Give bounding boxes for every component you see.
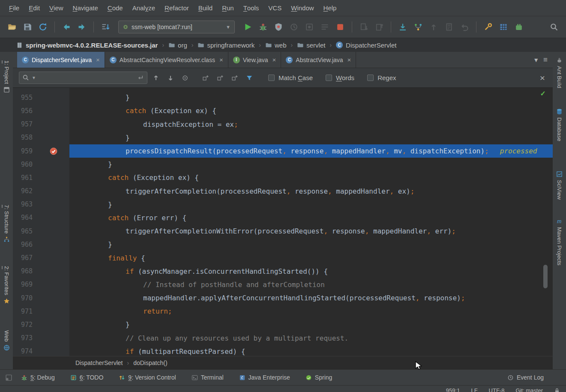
code-text[interactable]: mappedHandler.applyAfterConcurrentHandli… <box>69 291 553 305</box>
git-branch[interactable]: Git: master <box>515 387 543 392</box>
push-icon[interactable] <box>426 20 441 34</box>
code-text[interactable]: return; <box>69 305 553 318</box>
code-text[interactable]: mappedHandler.applyPostHandle(processedR… <box>69 88 553 91</box>
gutter[interactable]: 968 <box>13 265 69 278</box>
gutter[interactable]: 958 <box>13 131 69 144</box>
code-text[interactable]: } <box>69 198 553 211</box>
gutter[interactable]: 955 <box>13 91 69 104</box>
stripe-button-7-structure[interactable]: 7: Structure <box>0 205 13 242</box>
code-editor[interactable]: 954mappedHandler.applyPostHandle(process… <box>13 88 553 356</box>
tool-button-terminal[interactable]: Terminal <box>192 374 224 381</box>
menu-item-view[interactable]: View <box>45 0 68 16</box>
menu-item-vcs[interactable]: VCS <box>264 0 286 16</box>
breakpoint-icon[interactable] <box>50 147 57 155</box>
tool-button-spring[interactable]: Spring <box>305 374 332 381</box>
menu-item-help[interactable]: Help <box>319 0 341 16</box>
checkbox-match-case[interactable]: Match Case <box>268 74 313 81</box>
edit-run-config-icon[interactable] <box>480 20 496 34</box>
code-text[interactable]: } <box>69 91 553 104</box>
open-file-icon[interactable] <box>4 20 20 34</box>
debug-icon[interactable] <box>255 20 271 34</box>
move-up-icon[interactable] <box>371 20 387 34</box>
gutter[interactable]: 956 <box>13 104 69 117</box>
breadcrumb-dispatcherservlet[interactable]: CDispatcherServlet <box>335 42 397 49</box>
menu-item-run[interactable]: Run <box>217 0 239 16</box>
lock-icon[interactable] <box>554 388 560 392</box>
gutter[interactable]: 964 <box>13 211 69 224</box>
gutter[interactable]: 971 <box>13 305 69 318</box>
stripe-button-sciview[interactable]: SciView <box>553 171 566 200</box>
code-text[interactable]: } <box>69 238 553 251</box>
code-text[interactable]: triggerAfterCompletionWithError(processe… <box>69 224 553 238</box>
vcs-changes-icon[interactable] <box>410 20 426 34</box>
breadcrumb-org[interactable]: org <box>168 42 188 49</box>
tool-button-5-debug[interactable]: 5: Debug <box>21 374 55 381</box>
stripe-button-web[interactable]: Web <box>0 330 13 351</box>
menu-item-tools[interactable]: Tools <box>239 0 264 16</box>
stripe-button-database[interactable]: Database <box>553 108 566 141</box>
stripe-button-maven-projects[interactable]: mMaven Projects <box>553 218 566 266</box>
gutter[interactable]: 972 <box>13 318 69 331</box>
menu-item-navigate[interactable]: Navigate <box>68 0 103 16</box>
tab-view-java[interactable]: IView.java× <box>228 52 282 68</box>
breadcrumb-springframework[interactable]: springframework <box>197 42 255 49</box>
menu-item-analyze[interactable]: Analyze <box>128 0 160 16</box>
file-encoding[interactable]: UTF-8 <box>489 387 505 392</box>
close-icon[interactable]: × <box>273 56 276 63</box>
find-magnifier-icon[interactable] <box>22 74 30 81</box>
tool-button-java-enterprise[interactable]: Java Enterprise <box>239 374 290 381</box>
close-find-icon[interactable]: × <box>538 73 547 82</box>
run-config-select[interactable]: ssm-web [tomcat7:run]▼ <box>118 21 235 33</box>
line-separator[interactable]: LF <box>471 387 477 392</box>
gutter[interactable]: 974 <box>13 345 69 356</box>
gutter[interactable]: 957 <box>13 118 69 131</box>
editor-crumb-dodispatch[interactable]: doDispatch() <box>133 359 167 366</box>
code-text[interactable]: if (multipartRequestParsed) { <box>69 345 553 356</box>
caret-position[interactable]: 959:1 <box>446 387 460 392</box>
gutter[interactable]: 965 <box>13 224 69 238</box>
code-text[interactable]: finally { <box>69 251 553 264</box>
highlight-all-icon[interactable] <box>179 72 191 84</box>
data-grid-icon[interactable] <box>496 20 511 34</box>
next-occurrence-icon[interactable] <box>165 72 177 84</box>
patch-icon[interactable] <box>441 20 457 34</box>
add-selection-icon[interactable] <box>200 72 212 84</box>
run-configurations-icon[interactable] <box>317 20 332 34</box>
menu-item-file[interactable]: File <box>4 0 24 16</box>
tool-button-6-todo[interactable]: 6: TODO <box>70 374 104 381</box>
gutter[interactable]: 967 <box>13 251 69 264</box>
save-all-icon[interactable] <box>20 20 35 34</box>
stripe-button-ant-build[interactable]: Ant Build <box>553 57 566 88</box>
update-project-icon[interactable] <box>395 20 410 34</box>
vertical-scrollbar-thumb[interactable] <box>543 265 548 288</box>
coverage-icon[interactable] <box>271 20 286 34</box>
tab-dispatcherservlet-java[interactable]: CDispatcherServlet.java× <box>17 52 105 68</box>
menu-item-build[interactable]: Build <box>194 0 217 16</box>
tab-abstractcachingviewresolver-class[interactable]: CAbstractCachingViewResolver.class× <box>105 52 228 68</box>
tool-button-9-version-control[interactable]: 9: Version Control <box>119 374 176 381</box>
code-text[interactable]: catch (Exception ex) { <box>69 104 553 117</box>
profiler-icon[interactable] <box>286 20 302 34</box>
search-input[interactable] <box>38 75 135 81</box>
synchronize-icon[interactable] <box>35 20 51 34</box>
stripe-button-2-favorites[interactable]: 2: Favorites <box>0 266 13 304</box>
search-filter-icon[interactable] <box>243 72 255 84</box>
stripe-button-1-project[interactable]: 1: Project <box>0 60 13 93</box>
tabs-dropdown-icon[interactable]: ▼ <box>533 57 539 63</box>
attach-debugger-icon[interactable] <box>302 20 317 34</box>
menu-item-edit[interactable]: Edit <box>24 0 45 16</box>
tab-abstractview-java[interactable]: CAbstractView.java× <box>281 52 356 68</box>
gutter[interactable]: 962 <box>13 185 69 198</box>
annotate-icon[interactable] <box>98 20 113 34</box>
breadcrumb-web[interactable]: web <box>264 42 287 49</box>
breadcrumb-spring-webmvc-4-0-2-release-sources-jar[interactable]: spring-webmvc-4.0.2.RELEASE-sources.jar <box>15 42 159 49</box>
gutter[interactable]: 959 <box>13 144 69 158</box>
gutter[interactable]: 966 <box>13 238 69 251</box>
gutter[interactable]: 963 <box>13 198 69 211</box>
search-everywhere-icon[interactable] <box>546 20 562 34</box>
plugin-icon[interactable] <box>511 20 527 34</box>
tabs-list-icon[interactable]: ≡ <box>543 56 548 64</box>
breadcrumb-servlet[interactable]: servlet <box>296 42 326 49</box>
close-icon[interactable]: × <box>219 56 223 63</box>
gutter[interactable]: 970 <box>13 291 69 305</box>
